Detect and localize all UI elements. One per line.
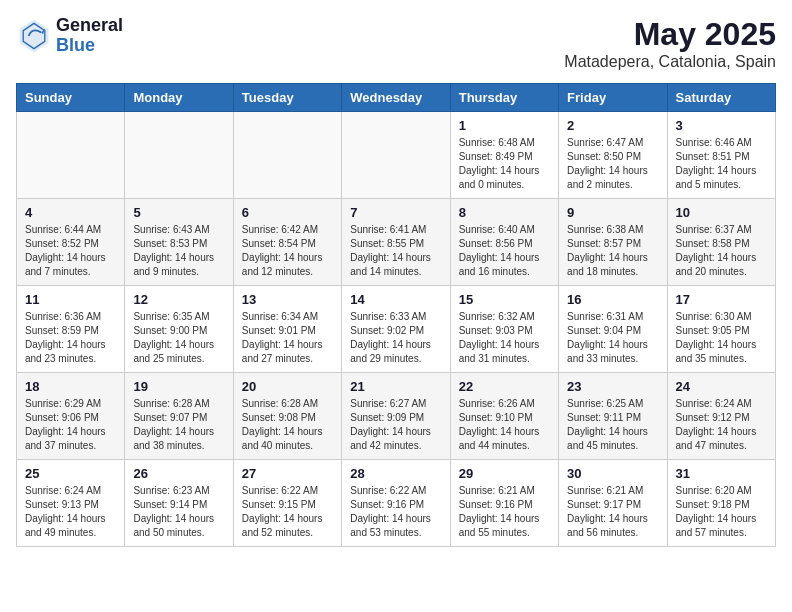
page-header: General Blue May 2025 Matadepera, Catalo… — [16, 16, 776, 71]
day-number: 13 — [242, 292, 333, 307]
calendar-cell: 27Sunrise: 6:22 AM Sunset: 9:15 PM Dayli… — [233, 460, 341, 547]
day-info: Sunrise: 6:20 AM Sunset: 9:18 PM Dayligh… — [676, 484, 767, 540]
calendar-cell: 19Sunrise: 6:28 AM Sunset: 9:07 PM Dayli… — [125, 373, 233, 460]
calendar-cell: 12Sunrise: 6:35 AM Sunset: 9:00 PM Dayli… — [125, 286, 233, 373]
logo-icon — [16, 18, 52, 54]
day-number: 14 — [350, 292, 441, 307]
day-number: 29 — [459, 466, 550, 481]
day-number: 3 — [676, 118, 767, 133]
calendar-cell: 1Sunrise: 6:48 AM Sunset: 8:49 PM Daylig… — [450, 112, 558, 199]
day-number: 24 — [676, 379, 767, 394]
calendar-cell: 18Sunrise: 6:29 AM Sunset: 9:06 PM Dayli… — [17, 373, 125, 460]
day-header-saturday: Saturday — [667, 84, 775, 112]
day-info: Sunrise: 6:29 AM Sunset: 9:06 PM Dayligh… — [25, 397, 116, 453]
day-info: Sunrise: 6:30 AM Sunset: 9:05 PM Dayligh… — [676, 310, 767, 366]
day-header-monday: Monday — [125, 84, 233, 112]
calendar-cell: 5Sunrise: 6:43 AM Sunset: 8:53 PM Daylig… — [125, 199, 233, 286]
day-info: Sunrise: 6:46 AM Sunset: 8:51 PM Dayligh… — [676, 136, 767, 192]
logo: General Blue — [16, 16, 123, 56]
calendar-cell: 15Sunrise: 6:32 AM Sunset: 9:03 PM Dayli… — [450, 286, 558, 373]
calendar-cell: 4Sunrise: 6:44 AM Sunset: 8:52 PM Daylig… — [17, 199, 125, 286]
calendar-header-row: SundayMondayTuesdayWednesdayThursdayFrid… — [17, 84, 776, 112]
day-info: Sunrise: 6:25 AM Sunset: 9:11 PM Dayligh… — [567, 397, 658, 453]
day-number: 25 — [25, 466, 116, 481]
calendar-cell: 3Sunrise: 6:46 AM Sunset: 8:51 PM Daylig… — [667, 112, 775, 199]
calendar-cell: 29Sunrise: 6:21 AM Sunset: 9:16 PM Dayli… — [450, 460, 558, 547]
calendar-cell: 6Sunrise: 6:42 AM Sunset: 8:54 PM Daylig… — [233, 199, 341, 286]
calendar-cell: 23Sunrise: 6:25 AM Sunset: 9:11 PM Dayli… — [559, 373, 667, 460]
calendar-cell: 31Sunrise: 6:20 AM Sunset: 9:18 PM Dayli… — [667, 460, 775, 547]
day-info: Sunrise: 6:42 AM Sunset: 8:54 PM Dayligh… — [242, 223, 333, 279]
title-section: May 2025 Matadepera, Catalonia, Spain — [564, 16, 776, 71]
calendar-week-row: 4Sunrise: 6:44 AM Sunset: 8:52 PM Daylig… — [17, 199, 776, 286]
day-info: Sunrise: 6:24 AM Sunset: 9:13 PM Dayligh… — [25, 484, 116, 540]
calendar-cell: 7Sunrise: 6:41 AM Sunset: 8:55 PM Daylig… — [342, 199, 450, 286]
day-info: Sunrise: 6:43 AM Sunset: 8:53 PM Dayligh… — [133, 223, 224, 279]
calendar-cell — [125, 112, 233, 199]
calendar-cell: 22Sunrise: 6:26 AM Sunset: 9:10 PM Dayli… — [450, 373, 558, 460]
calendar-week-row: 25Sunrise: 6:24 AM Sunset: 9:13 PM Dayli… — [17, 460, 776, 547]
day-info: Sunrise: 6:36 AM Sunset: 8:59 PM Dayligh… — [25, 310, 116, 366]
day-info: Sunrise: 6:41 AM Sunset: 8:55 PM Dayligh… — [350, 223, 441, 279]
calendar-cell: 16Sunrise: 6:31 AM Sunset: 9:04 PM Dayli… — [559, 286, 667, 373]
day-number: 27 — [242, 466, 333, 481]
day-info: Sunrise: 6:23 AM Sunset: 9:14 PM Dayligh… — [133, 484, 224, 540]
calendar-table: SundayMondayTuesdayWednesdayThursdayFrid… — [16, 83, 776, 547]
day-info: Sunrise: 6:32 AM Sunset: 9:03 PM Dayligh… — [459, 310, 550, 366]
day-header-friday: Friday — [559, 84, 667, 112]
day-info: Sunrise: 6:48 AM Sunset: 8:49 PM Dayligh… — [459, 136, 550, 192]
day-number: 22 — [459, 379, 550, 394]
day-number: 19 — [133, 379, 224, 394]
day-number: 16 — [567, 292, 658, 307]
logo-blue: Blue — [56, 36, 123, 56]
logo-text: General Blue — [56, 16, 123, 56]
day-number: 11 — [25, 292, 116, 307]
calendar-cell: 11Sunrise: 6:36 AM Sunset: 8:59 PM Dayli… — [17, 286, 125, 373]
day-number: 9 — [567, 205, 658, 220]
day-number: 30 — [567, 466, 658, 481]
day-number: 31 — [676, 466, 767, 481]
day-info: Sunrise: 6:37 AM Sunset: 8:58 PM Dayligh… — [676, 223, 767, 279]
day-info: Sunrise: 6:38 AM Sunset: 8:57 PM Dayligh… — [567, 223, 658, 279]
day-number: 12 — [133, 292, 224, 307]
day-info: Sunrise: 6:22 AM Sunset: 9:15 PM Dayligh… — [242, 484, 333, 540]
calendar-cell — [233, 112, 341, 199]
day-info: Sunrise: 6:33 AM Sunset: 9:02 PM Dayligh… — [350, 310, 441, 366]
calendar-subtitle: Matadepera, Catalonia, Spain — [564, 53, 776, 71]
day-number: 20 — [242, 379, 333, 394]
day-number: 1 — [459, 118, 550, 133]
calendar-cell — [17, 112, 125, 199]
day-number: 17 — [676, 292, 767, 307]
day-number: 21 — [350, 379, 441, 394]
calendar-cell: 8Sunrise: 6:40 AM Sunset: 8:56 PM Daylig… — [450, 199, 558, 286]
day-number: 26 — [133, 466, 224, 481]
day-header-tuesday: Tuesday — [233, 84, 341, 112]
day-number: 23 — [567, 379, 658, 394]
calendar-cell: 10Sunrise: 6:37 AM Sunset: 8:58 PM Dayli… — [667, 199, 775, 286]
day-number: 6 — [242, 205, 333, 220]
calendar-cell: 30Sunrise: 6:21 AM Sunset: 9:17 PM Dayli… — [559, 460, 667, 547]
day-info: Sunrise: 6:34 AM Sunset: 9:01 PM Dayligh… — [242, 310, 333, 366]
calendar-week-row: 1Sunrise: 6:48 AM Sunset: 8:49 PM Daylig… — [17, 112, 776, 199]
day-header-thursday: Thursday — [450, 84, 558, 112]
day-header-sunday: Sunday — [17, 84, 125, 112]
calendar-cell — [342, 112, 450, 199]
day-info: Sunrise: 6:31 AM Sunset: 9:04 PM Dayligh… — [567, 310, 658, 366]
day-info: Sunrise: 6:22 AM Sunset: 9:16 PM Dayligh… — [350, 484, 441, 540]
svg-marker-0 — [20, 20, 49, 52]
day-number: 15 — [459, 292, 550, 307]
day-info: Sunrise: 6:21 AM Sunset: 9:17 PM Dayligh… — [567, 484, 658, 540]
calendar-cell: 17Sunrise: 6:30 AM Sunset: 9:05 PM Dayli… — [667, 286, 775, 373]
calendar-cell: 24Sunrise: 6:24 AM Sunset: 9:12 PM Dayli… — [667, 373, 775, 460]
calendar-cell: 26Sunrise: 6:23 AM Sunset: 9:14 PM Dayli… — [125, 460, 233, 547]
calendar-cell: 28Sunrise: 6:22 AM Sunset: 9:16 PM Dayli… — [342, 460, 450, 547]
calendar-cell: 2Sunrise: 6:47 AM Sunset: 8:50 PM Daylig… — [559, 112, 667, 199]
day-info: Sunrise: 6:40 AM Sunset: 8:56 PM Dayligh… — [459, 223, 550, 279]
day-number: 8 — [459, 205, 550, 220]
day-header-wednesday: Wednesday — [342, 84, 450, 112]
calendar-cell: 20Sunrise: 6:28 AM Sunset: 9:08 PM Dayli… — [233, 373, 341, 460]
day-info: Sunrise: 6:24 AM Sunset: 9:12 PM Dayligh… — [676, 397, 767, 453]
day-info: Sunrise: 6:28 AM Sunset: 9:07 PM Dayligh… — [133, 397, 224, 453]
calendar-cell: 14Sunrise: 6:33 AM Sunset: 9:02 PM Dayli… — [342, 286, 450, 373]
calendar-cell: 13Sunrise: 6:34 AM Sunset: 9:01 PM Dayli… — [233, 286, 341, 373]
